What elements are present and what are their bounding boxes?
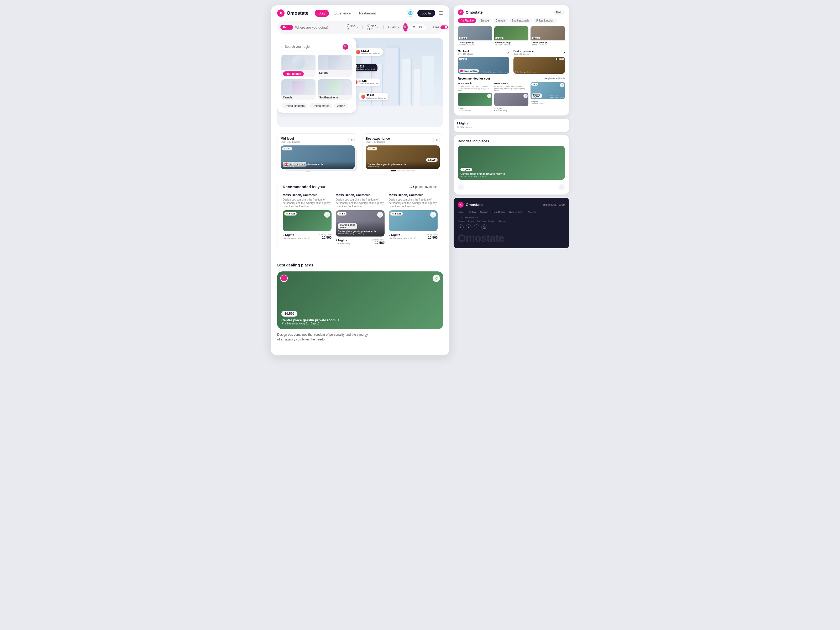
region-pill-japan[interactable]: Japan [334, 103, 348, 108]
right-listing-3[interactable]: $1,818 Centre place gr... 28 Miles • Ken… [531, 26, 565, 47]
app-name: Omostate [287, 11, 308, 16]
footer-sub-links: Privacy Terms Tax Privacy Provide Sitema… [458, 220, 565, 222]
footer-link-features[interactable]: New features [510, 211, 523, 213]
side-panel: X Omostate Earth I'm Flexible Europe Can… [453, 5, 569, 248]
right-listing-3-info: Centre place gr... 28 Miles • Kent, uk [531, 40, 565, 47]
rec-card-2-heart[interactable]: ♡ [377, 212, 383, 218]
canada-card[interactable]: Canada [281, 79, 316, 100]
checkin-field[interactable]: Check In ▾ [344, 24, 360, 31]
rec-price-wrap-1: Starting price 10,560 [319, 234, 332, 239]
menu-icon[interactable]: ☰ [438, 10, 443, 16]
instagram-icon[interactable]: 📷 [482, 224, 487, 230]
right-rec-loc-1: Moss Beach... [458, 82, 492, 85]
europe-label: Europe [317, 70, 352, 75]
right-mid-card[interactable]: ★ 4.92 Hosted by Odom Centre place grasl… [458, 57, 509, 74]
taxes-toggle[interactable]: Taxes [428, 24, 449, 30]
right-listing-1-sub: 28 Miles • Kent, uk [459, 44, 491, 46]
price-loc-4: Maidstone, kent, uk [366, 97, 386, 99]
svg-marker-7 [385, 45, 400, 48]
right-rec-card-3[interactable]: ★4.5 ♡ Starting10,560 Centre placegrasli… [531, 82, 565, 111]
best-dealing-desc: Design ops combines the freedom of perso… [277, 329, 443, 345]
footer-link-help[interactable]: Help Center [493, 211, 505, 213]
region-pill-us[interactable]: United states [309, 103, 332, 108]
featured-heart[interactable]: ♡ [433, 275, 440, 282]
flexible-badge[interactable]: I'm Flexible [283, 71, 304, 76]
right-tab-flexible[interactable]: I'm Flexible [458, 18, 476, 23]
right-tab-sea[interactable]: Southeast asia [509, 18, 532, 23]
checkout-field[interactable]: Check Out ▾ [365, 24, 381, 31]
rec-featured-price: Starting price 10,560 [338, 223, 357, 229]
right-listing-1[interactable]: $1,618 Centre place gr... 28 Miles • Ken… [458, 26, 492, 47]
logo: X Omostate [277, 9, 308, 17]
right-mid-hosted: Hosted by Odom [459, 69, 479, 73]
right-rec-card-1[interactable]: Moss Beach... Design ops combines the fr… [458, 82, 492, 111]
recommended-header: Recommended for your 126 places availabl… [283, 185, 437, 189]
region-search-input[interactable] [285, 45, 341, 49]
rec-card-1-heart[interactable]: ♡ [324, 212, 330, 218]
footer-lang: English (US) $USD [543, 204, 565, 206]
rec-card-2[interactable]: Moss Beach, California Design ops combin… [336, 193, 385, 245]
right-best-expand[interactable]: ↗ [563, 51, 565, 54]
tab-stay[interactable]: Stay [315, 10, 329, 17]
facebook-icon[interactable]: f [458, 224, 464, 230]
right-rec-card-2[interactable]: Moss Beach... Design ops combines the fr… [494, 82, 529, 111]
best-exp-card[interactable]: ★ 4.85 10,560 Centre place graslin priva… [366, 145, 440, 169]
footer-link-support[interactable]: Support [480, 211, 488, 213]
rec-card-3-heart[interactable]: ♡ [430, 212, 436, 218]
right-rec-heart-3[interactable]: ♡ [560, 83, 564, 87]
right-tab-uk[interactable]: United kingdom [534, 18, 557, 23]
best-exp-expand[interactable]: ↗ [433, 137, 440, 143]
right-rec-grid: Moss Beach... Design ops combines the fr… [458, 82, 565, 111]
right-mid-card-title: Centre place graslin private room la [483, 71, 508, 73]
globe-icon[interactable]: 🌐 [407, 9, 414, 17]
right-best-card[interactable]: 10,560 Centre place graslin priva room l… [513, 57, 565, 74]
mid-level-expand[interactable]: ↗ [348, 137, 355, 143]
europe-card[interactable]: Europe [317, 55, 352, 77]
right-earth-btn[interactable]: Earth [553, 10, 565, 15]
best-rating-val: 4.85 [371, 147, 376, 150]
search-input[interactable] [295, 25, 339, 29]
taxes-switch[interactable] [441, 25, 448, 29]
tab-restaurant[interactable]: Restaurant [355, 10, 380, 17]
rec-card-1[interactable]: Moss Beach, California Design ops combin… [283, 193, 332, 245]
price-bubble-4: $1,618 Maidstone, kent, uk [359, 93, 388, 100]
right-mid-expand[interactable]: ↗ [507, 51, 509, 54]
best-right-featured[interactable]: 10,560 Centre place graslin private room… [458, 146, 565, 180]
footer-link-careers[interactable]: Careers [527, 211, 536, 213]
flexible-card[interactable]: I'm Flexible [281, 55, 316, 77]
footer-terms[interactable]: Terms [468, 220, 474, 222]
europe-3d [328, 56, 341, 69]
tab-experience[interactable]: Experience [330, 10, 354, 17]
right-rec-heart-1[interactable]: ♡ [487, 94, 491, 98]
sea-img [317, 79, 352, 95]
twitter-icon[interactable]: t [466, 224, 471, 230]
right-tab-canada[interactable]: Canada [493, 18, 508, 23]
region-pill-uk[interactable]: United kingdom [281, 103, 308, 108]
best-card-price: 10,560 [426, 158, 437, 162]
southeast-asia-card[interactable]: Southeast asia [317, 79, 352, 100]
right-listing-1-info: Centre place gr... 28 Miles • Kent, uk [458, 40, 492, 47]
right-listing-2-price: $1,618 [495, 37, 504, 39]
footer-link-hosting[interactable]: Hosting [468, 211, 476, 213]
footer-tax[interactable]: Tax Privacy Provide [477, 220, 495, 222]
right-mid-rating: ★ 4.92 [459, 58, 467, 60]
footer-privacy[interactable]: Privacy [458, 220, 465, 222]
mid-level-card-main[interactable]: ★ 4.92 Hosted by Oddam Centre place gras… [281, 145, 355, 169]
rec-nights-2: 2 Nights [336, 238, 351, 242]
footer-link-home[interactable]: home [458, 211, 464, 213]
linkedin-icon[interactable]: in [474, 224, 479, 230]
right-tab-europe[interactable]: Europe [478, 18, 491, 23]
guest-field[interactable]: Guest ▾ [386, 25, 401, 29]
right-listing-2[interactable]: $1,618 Centre place gr... 28 Miles • Ken… [494, 26, 529, 47]
right-listing-3-sub: 28 Miles • Kent, uk [532, 44, 564, 46]
filter-button[interactable]: ⚙ Filter [410, 24, 426, 30]
region-search-button[interactable]: 🔍 [343, 44, 348, 50]
footer-sitemap[interactable]: Sitemap [498, 220, 506, 222]
right-mid-sub: Over 150 places [458, 53, 473, 55]
featured-card[interactable]: ♡ 10,560 Centre place graslin private ro… [277, 272, 443, 329]
rec-card-3[interactable]: Moss Beach, California Design ops combin… [389, 193, 437, 245]
login-button[interactable]: Log In [417, 10, 435, 17]
search-button[interactable]: 🔍 [403, 23, 408, 32]
prev-btn[interactable]: ‹ [458, 184, 464, 190]
next-btn[interactable]: › [559, 184, 565, 190]
